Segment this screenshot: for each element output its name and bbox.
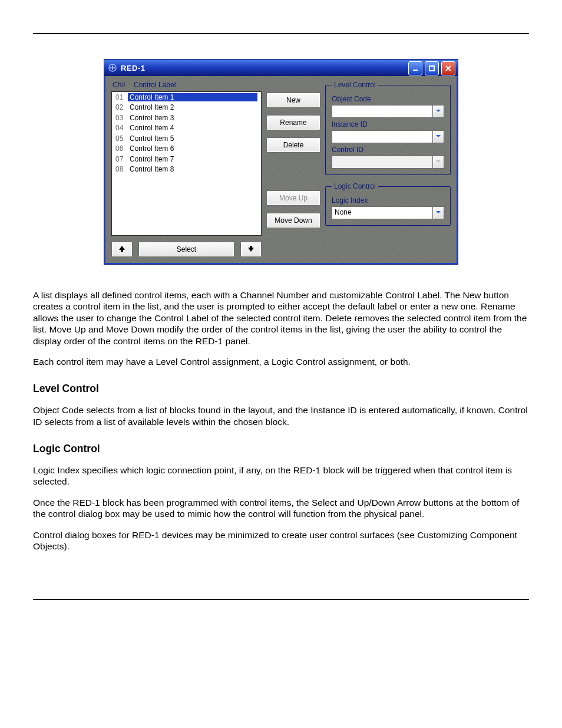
- logic-control-legend: Logic Control: [332, 182, 378, 190]
- logic-control-group: Logic Control Logic Index None: [325, 182, 451, 226]
- instance-id-dropdown[interactable]: [432, 130, 444, 143]
- control-id-dropdown: [432, 156, 444, 169]
- move-up-button-label: Move Up: [279, 194, 308, 202]
- list-item-label: Control Item 4: [130, 124, 257, 132]
- move-down-button-label: Move Down: [275, 216, 312, 225]
- list-item-label: Control Item 2: [130, 103, 257, 111]
- col-ch: Ch#: [113, 81, 129, 89]
- arrow-up-button[interactable]: [111, 242, 133, 257]
- control-id-combo: [332, 156, 444, 169]
- doc-para: A list displays all defined control item…: [33, 289, 529, 347]
- new-button[interactable]: New: [266, 93, 320, 108]
- list-item[interactable]: 04 Control Item 4: [112, 123, 261, 134]
- list-item-ch: 06: [115, 144, 130, 153]
- logic-index-input[interactable]: None: [332, 206, 432, 219]
- rename-button-label: Rename: [280, 118, 306, 127]
- svg-rect-1: [413, 70, 418, 71]
- arrow-down-icon: [247, 245, 255, 255]
- titlebar[interactable]: RED-1: [104, 60, 458, 76]
- object-code-label: Object Code: [332, 95, 444, 103]
- doc-para: Control dialog boxes for RED-1 devices m…: [33, 529, 529, 552]
- new-button-label: New: [286, 96, 300, 104]
- list-item[interactable]: 05 Control Item 5: [112, 133, 261, 144]
- app-icon: [108, 63, 117, 73]
- move-down-button[interactable]: Move Down: [266, 213, 320, 228]
- list-item-label: Control Item 8: [130, 165, 257, 173]
- list-item-label: Control Item 7: [130, 155, 257, 163]
- chevron-down-icon: [435, 133, 441, 141]
- control-id-input: [332, 156, 432, 169]
- rename-button[interactable]: Rename: [266, 115, 320, 130]
- maximize-button[interactable]: [425, 61, 439, 75]
- select-button[interactable]: Select: [138, 242, 234, 257]
- doc-para: Object Code selects from a list of block…: [33, 404, 529, 427]
- list-item-ch: 02: [115, 103, 130, 111]
- level-control-legend: Level Control: [332, 81, 378, 89]
- logic-index-label: Logic Index: [332, 196, 444, 205]
- list-item[interactable]: 08 Control Item 8: [112, 164, 261, 175]
- list-item[interactable]: 01 Control Item 1: [112, 92, 261, 103]
- delete-button[interactable]: Delete: [266, 137, 320, 153]
- object-code-combo[interactable]: [332, 105, 444, 118]
- instance-id-label: Instance ID: [332, 120, 444, 129]
- list-item-ch: 08: [115, 165, 130, 173]
- instance-id-input[interactable]: [332, 130, 432, 143]
- red1-window: RED-1: [104, 59, 458, 265]
- svg-rect-2: [429, 66, 434, 71]
- control-id-label: Control ID: [332, 146, 444, 154]
- list-item-label: Control Item 3: [130, 114, 257, 122]
- list-item[interactable]: 03 Control Item 3: [112, 113, 261, 123]
- chevron-down-icon: [435, 209, 441, 217]
- list-item[interactable]: 07 Control Item 7: [112, 154, 261, 164]
- list-item-ch: 03: [115, 114, 130, 122]
- list-item[interactable]: 06 Control Item 6: [112, 144, 261, 154]
- list-item-label: Control Item 1: [128, 93, 257, 101]
- doc-para: Each control item may have a Level Contr…: [33, 356, 529, 367]
- arrow-down-button[interactable]: [240, 242, 262, 257]
- doc-para: Once the RED-1 block has been programmed…: [33, 497, 529, 520]
- minimize-button[interactable]: [408, 61, 422, 75]
- control-list[interactable]: 01 Control Item 1 02 Control Item 2 03 C…: [111, 91, 262, 236]
- logic-index-combo[interactable]: None: [332, 206, 444, 219]
- object-code-dropdown[interactable]: [432, 105, 444, 118]
- page-top-rule: [33, 33, 529, 34]
- list-header: Ch# Control Label: [113, 81, 262, 89]
- section-heading-level-control: Level Control: [33, 383, 529, 395]
- list-item-label: Control Item 5: [130, 134, 257, 143]
- delete-button-label: Delete: [283, 141, 304, 149]
- logic-index-dropdown[interactable]: [432, 206, 444, 219]
- move-up-button[interactable]: Move Up: [266, 190, 320, 206]
- window-title: RED-1: [121, 64, 146, 73]
- list-item-ch: 04: [115, 124, 130, 132]
- object-code-input[interactable]: [332, 105, 432, 118]
- col-label: Control Label: [134, 81, 176, 89]
- list-item-label: Control Item 6: [130, 144, 257, 153]
- section-heading-logic-control: Logic Control: [33, 443, 529, 455]
- list-item-ch: 05: [115, 134, 130, 143]
- arrow-up-icon: [118, 245, 126, 255]
- chevron-down-icon: [435, 158, 441, 166]
- page-bottom-rule: [33, 599, 529, 600]
- chevron-down-icon: [435, 107, 441, 116]
- list-item[interactable]: 02 Control Item 2: [112, 103, 261, 113]
- select-button-label: Select: [177, 245, 196, 253]
- instance-id-combo[interactable]: [332, 130, 444, 143]
- list-item-ch: 07: [115, 155, 130, 163]
- close-button[interactable]: [441, 61, 455, 75]
- level-control-group: Level Control Object Code Instance ID: [325, 81, 451, 175]
- doc-para: Logic Index specifies which logic connec…: [33, 465, 529, 487]
